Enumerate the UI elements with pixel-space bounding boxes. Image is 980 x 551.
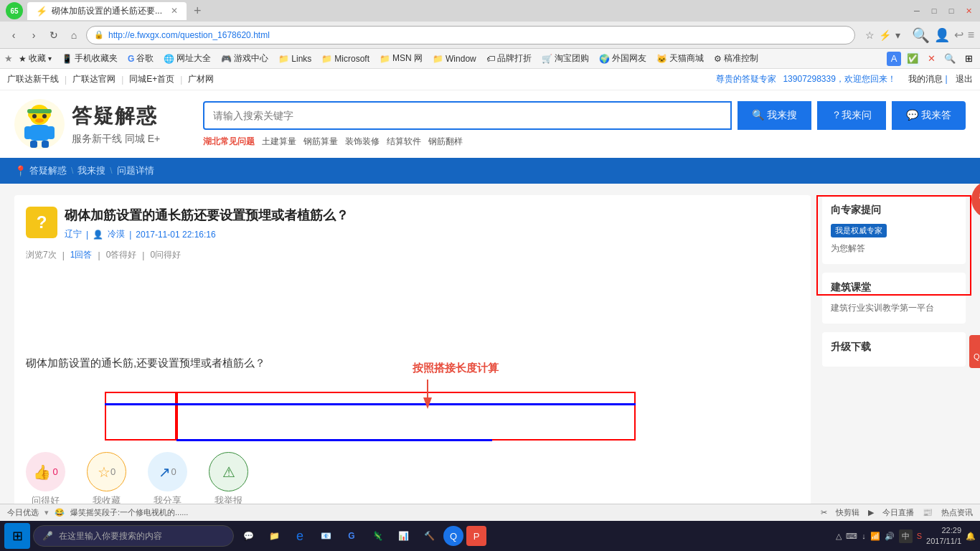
- tag-1[interactable]: 土建算量: [262, 136, 296, 148]
- menu-icon[interactable]: ≡: [968, 29, 974, 42]
- share-button[interactable]: ↗ 0 我分享: [148, 452, 187, 507]
- ext-red-icon[interactable]: ✕: [924, 52, 938, 66]
- ext-grid-icon[interactable]: ⊞: [961, 52, 976, 66]
- answer-button[interactable]: 💬 我来答: [892, 101, 966, 130]
- bm-links[interactable]: 📁Links: [274, 52, 316, 65]
- search-toolbar-icon[interactable]: 🔍: [912, 27, 930, 44]
- back2-icon[interactable]: ↩: [954, 28, 963, 42]
- bm-control[interactable]: ⚙稿准控制: [710, 51, 763, 66]
- bm-mobile[interactable]: 📱手机收藏夹: [57, 51, 122, 66]
- tab-close-icon[interactable]: ✕: [171, 6, 178, 16]
- ask-button[interactable]: ？我来问: [817, 101, 886, 130]
- lightning-icon[interactable]: ⚡: [879, 29, 891, 41]
- taskbar-app-p[interactable]: P: [466, 526, 486, 546]
- bm-google[interactable]: G谷歌: [123, 51, 158, 66]
- browser-ext-area: A ✅ ✕ 🔍 ⊞: [887, 52, 976, 66]
- search-tags: 湖北常见问题 土建算量 钢筋算量 装饰装修 结算软件 钢筋翻样: [203, 136, 966, 148]
- bm-games[interactable]: 🎮游戏中心: [217, 51, 273, 66]
- fav-button[interactable]: ☆ 0 我收藏: [87, 452, 126, 507]
- taskbar-app-chat[interactable]: 💬: [237, 524, 260, 547]
- breadcrumb-search[interactable]: 我来搜: [77, 164, 105, 177]
- browser-tab[interactable]: ⚡ 砌体加筋设置的通长筋还要... ✕: [27, 2, 187, 20]
- taskbar-app-green[interactable]: 🦎: [366, 524, 389, 547]
- new-tab-icon[interactable]: +: [194, 4, 202, 19]
- taskbar-app-mail[interactable]: 📧: [314, 524, 337, 547]
- taskbar-ime-cn[interactable]: 中: [899, 529, 913, 543]
- user-icon[interactable]: 👤: [934, 27, 950, 43]
- home-button[interactable]: ⌂: [66, 27, 82, 43]
- breadcrumb-detail[interactable]: 问题详情: [117, 164, 154, 177]
- topnav-mymsg[interactable]: 我的消息: [908, 74, 943, 84]
- float-qq-button[interactable]: 💬 QQ咨询: [969, 335, 980, 368]
- tag-4[interactable]: 结算软件: [387, 136, 421, 148]
- bm-ms[interactable]: 📁Microsoft: [317, 52, 374, 65]
- taskbar-search[interactable]: 🎤 在这里输入你要搜索的内容: [33, 525, 234, 547]
- question-body-area: 按照搭接长度计算: [26, 354, 799, 441]
- minimize-button[interactable]: ─: [911, 5, 923, 17]
- bm-collect[interactable]: ★收藏▾: [14, 51, 56, 66]
- bm-brand-icon: 🏷: [486, 54, 495, 64]
- tag-2[interactable]: 钢筋算量: [303, 136, 338, 148]
- refresh-button[interactable]: ↻: [46, 27, 62, 43]
- start-button[interactable]: ⊞: [4, 523, 30, 549]
- tag-3[interactable]: 装饰装修: [345, 136, 380, 148]
- question-meta: 辽宁 | 👤 冷漠 | 2017-11-01 22:16:16: [65, 228, 799, 240]
- breadcrumb-home[interactable]: 答疑解惑: [29, 164, 67, 177]
- svg-point-3: [32, 114, 37, 118]
- stats-bar: 浏览7次 | 1回答 | 0答得好 | 0问得好: [26, 249, 799, 261]
- url-text: http://e.fwxgx.com/question_1678620.html: [108, 30, 270, 40]
- close-button[interactable]: ✕: [963, 5, 974, 17]
- taskbar-app-g[interactable]: G: [340, 524, 363, 547]
- report-button[interactable]: ⚠ 我举报: [209, 452, 248, 507]
- taskbar-app-q[interactable]: Q: [443, 526, 463, 546]
- taskbar-app-ie[interactable]: e: [288, 524, 311, 547]
- bm-foreign[interactable]: 🌍外国网友: [595, 51, 651, 66]
- topnav-link-2[interactable]: 广联达官网: [72, 73, 116, 85]
- bm-tmall-label: 天猫商城: [669, 52, 704, 65]
- ext-translate-icon[interactable]: A: [887, 52, 901, 66]
- dropdown-icon[interactable]: ▾: [895, 29, 900, 41]
- bm-window[interactable]: 📁Window: [428, 52, 481, 65]
- stat-sep-3: |: [142, 250, 144, 260]
- address-box[interactable]: 🔒 http://e.fwxgx.com/question_1678620.ht…: [86, 26, 855, 44]
- topnav-sep-1: |: [65, 75, 67, 85]
- classroom-desc: 建筑行业实训教学第一平台: [831, 301, 957, 315]
- tag-5[interactable]: 钢筋翻样: [428, 136, 463, 148]
- logo-svg: [14, 99, 65, 149]
- ext-search2-icon[interactable]: 🔍: [943, 52, 957, 66]
- bm-tmall[interactable]: 🐱天猫商城: [652, 51, 708, 66]
- float-tip-button[interactable]: 点我提问哦: [971, 181, 980, 218]
- window-controls: ─ □ □ ✕: [911, 5, 974, 17]
- topnav-logout[interactable]: 退出: [956, 74, 973, 84]
- ext-green-icon[interactable]: ✅: [905, 52, 920, 66]
- bottom-jianji-label: 快剪辑: [836, 507, 859, 518]
- topnav-link-3[interactable]: 同城E+首页: [129, 73, 174, 85]
- taskbar-app-chart[interactable]: 📊: [392, 524, 415, 547]
- bm-foreign-label: 外国网友: [612, 52, 646, 65]
- bm-taobao[interactable]: 🛒淘宝团购: [537, 51, 593, 66]
- topnav-link-1[interactable]: 广联达新干线: [7, 73, 59, 85]
- restore-button[interactable]: □: [928, 5, 940, 17]
- like-button[interactable]: 👍 0 问得好: [26, 452, 65, 507]
- bm-msn[interactable]: 📁MSN 网: [375, 51, 427, 66]
- back-button[interactable]: ‹: [6, 27, 22, 43]
- topnav-link-4[interactable]: 广材网: [188, 73, 214, 85]
- site-content: 广联达新干线 | 广联达官网 | 同城E+首页 | 广材网 尊贵的答疑专家 13…: [0, 69, 980, 530]
- bm-urls[interactable]: 🌐网址大全: [159, 51, 215, 66]
- action-buttons: 👍 0 问得好 ☆ 0 我收藏 ↗ 0: [26, 452, 799, 507]
- stat-answers[interactable]: 1回答: [70, 249, 93, 261]
- taskbar-up-icon[interactable]: △: [836, 532, 842, 541]
- maximize-button[interactable]: □: [946, 5, 957, 17]
- star-icon[interactable]: ☆: [865, 29, 875, 41]
- report-circle: ⚠: [209, 452, 248, 491]
- taskbar-app-folder[interactable]: 📁: [263, 524, 286, 547]
- bm-brand[interactable]: 🏷品牌打折: [482, 51, 536, 66]
- topnav-greeting-text: 尊贵的答疑专家: [716, 74, 776, 84]
- forward-button[interactable]: ›: [26, 27, 42, 43]
- bm-window-label: Window: [446, 54, 476, 64]
- taskbar-app-tool[interactable]: 🔨: [418, 524, 440, 547]
- search-button[interactable]: 🔍 我来搜: [738, 101, 811, 130]
- taskbar-notif-icon[interactable]: 🔔: [966, 532, 976, 541]
- search-input[interactable]: [203, 101, 732, 130]
- like-circle: 👍 0: [26, 452, 65, 491]
